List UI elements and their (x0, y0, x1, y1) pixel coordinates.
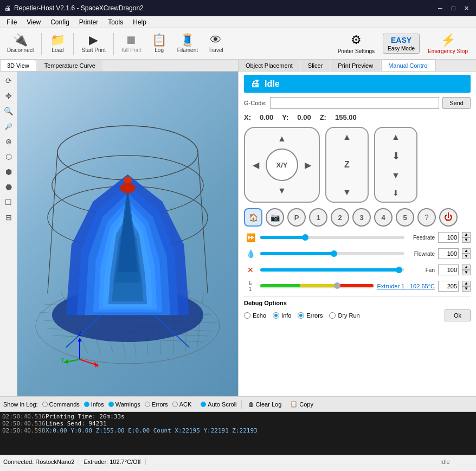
xy-left-button[interactable]: ◀ (248, 157, 264, 173)
camera-button[interactable]: 📷 (266, 208, 284, 227)
feedrate-input[interactable] (438, 232, 459, 243)
menu-config[interactable]: Config (46, 17, 74, 27)
fan-thumb[interactable] (396, 267, 402, 273)
fan-down[interactable]: ▼ (462, 270, 471, 275)
printer-settings-button[interactable]: ⚙ Printer Settings (333, 31, 379, 56)
menu-file[interactable]: File (2, 17, 21, 27)
extruder-temp-input[interactable] (438, 281, 459, 292)
copy-button[interactable]: 📋 Copy (288, 399, 316, 409)
tab-print-preview[interactable]: Print Preview (331, 60, 380, 71)
log-radio-ack[interactable]: ACK (172, 401, 192, 408)
gcode-input[interactable] (270, 97, 440, 109)
extruder-up-button[interactable]: ▲ (391, 132, 400, 142)
action-btn-p[interactable]: P (287, 208, 306, 227)
feedrate-thumb[interactable] (302, 234, 308, 241)
log-radio-errors[interactable]: Errors (145, 401, 168, 408)
tool-pan[interactable]: ✥ (2, 89, 16, 103)
action-btn-5[interactable]: 5 (396, 208, 414, 227)
load-button[interactable]: 📁 Load (46, 32, 69, 55)
extruder-up[interactable]: ▲ (462, 281, 471, 286)
log-button[interactable]: 📋 Log (147, 32, 171, 55)
log-radio-infos[interactable]: Infos (84, 401, 104, 408)
tool-slice[interactable]: ⊗ (2, 134, 16, 149)
tab-temperature-curve[interactable]: Temperature Curve (37, 60, 102, 71)
power-button[interactable]: ⏻ (439, 208, 458, 227)
ext-thumb[interactable] (334, 282, 340, 289)
tool-view-front[interactable]: ⬣ (2, 180, 16, 194)
extruder-down[interactable]: ▼ (462, 286, 471, 292)
disconnect-button[interactable]: 🔌 Disconnect (3, 32, 37, 55)
easy-mode-button[interactable]: EASY Easy Mode (383, 34, 420, 54)
dry-run-radio-circle[interactable] (329, 312, 336, 319)
echo-radio-circle[interactable] (244, 312, 250, 319)
xy-up-button[interactable]: ▲ (274, 131, 290, 147)
log-radio-warnings[interactable]: Warnings (108, 401, 140, 408)
menu-tools[interactable]: Tools (104, 17, 127, 27)
action-btn-4[interactable]: 4 (374, 208, 393, 227)
tab-3d-view[interactable]: 3D View (0, 60, 36, 71)
log-radio-autoscroll[interactable]: Auto Scroll (201, 401, 236, 408)
feedrate-up[interactable]: ▲ (462, 232, 471, 237)
tool-settings[interactable]: ⊟ (2, 210, 16, 224)
extruder-link[interactable]: Extruder 1 - 102.65°C (377, 283, 435, 289)
tool-view-side[interactable]: ☐ (2, 195, 16, 209)
info-radio-circle[interactable] (273, 312, 279, 319)
xy-center-button[interactable]: X/Y (266, 149, 298, 181)
fan-input[interactable] (438, 264, 459, 275)
kill-print-button[interactable]: ⏹ Kill Print (118, 32, 145, 55)
filament-button[interactable]: 🧵 Filament (173, 32, 202, 55)
radio-errors[interactable]: Errors (298, 312, 323, 319)
ok-button[interactable]: Ok (445, 309, 471, 321)
tool-zoom-out[interactable]: 🔎 (2, 119, 16, 133)
autoscroll-dot[interactable] (201, 402, 206, 407)
viewport-3d[interactable]: Z X Y (17, 72, 238, 396)
errors-radio-circle[interactable] (298, 312, 304, 319)
flowrate-track[interactable] (260, 252, 404, 255)
radio-echo[interactable]: Echo (244, 312, 266, 319)
close-button[interactable]: ✕ (461, 3, 472, 14)
log-radio-commands[interactable]: Commands (42, 401, 80, 408)
maximize-button[interactable]: □ (448, 3, 459, 14)
menu-help[interactable]: Help (128, 17, 151, 27)
travel-button[interactable]: 👁 Travel (204, 32, 228, 55)
feedrate-down[interactable]: ▼ (462, 237, 471, 243)
commands-dot[interactable] (42, 402, 48, 407)
extruder-down-button[interactable]: ▼ (391, 171, 400, 180)
flowrate-input[interactable] (438, 248, 459, 259)
action-btn-1[interactable]: 1 (309, 208, 327, 227)
tab-slicer[interactable]: Slicer (301, 60, 330, 71)
tab-manual-control[interactable]: Manual Control (381, 60, 436, 71)
flowrate-up[interactable]: ▲ (462, 248, 471, 254)
send-button[interactable]: Send (442, 97, 471, 109)
tool-view-top[interactable]: ⬢ (2, 165, 16, 179)
action-btn-2[interactable]: 2 (331, 208, 349, 227)
z-down-button[interactable]: ▼ (343, 188, 351, 197)
emergency-stop-button[interactable]: ⚡ Emergency Stop (423, 31, 473, 56)
fan-track[interactable] (260, 268, 404, 272)
log-area[interactable]: 02:50:40.536Printing Time: 26m:33s02:50:… (0, 411, 476, 455)
feedrate-track[interactable] (260, 236, 404, 239)
flowrate-down[interactable]: ▼ (462, 254, 471, 259)
tool-view-iso[interactable]: ⬡ (2, 150, 16, 164)
z-up-button[interactable]: ▲ (343, 132, 351, 142)
infos-dot[interactable] (84, 402, 89, 407)
start-print-button[interactable]: ▶ Start Print (78, 32, 109, 55)
action-btn-help[interactable]: ? (417, 208, 436, 227)
minimize-button[interactable]: ─ (435, 3, 446, 14)
fan-up[interactable]: ▲ (462, 264, 471, 270)
flowrate-thumb[interactable] (331, 250, 337, 257)
xy-right-button[interactable]: ▶ (300, 157, 316, 173)
warnings-dot[interactable] (108, 402, 114, 407)
home-button[interactable]: 🏠 (244, 208, 262, 227)
radio-info[interactable]: Info (273, 312, 291, 319)
menu-printer[interactable]: Printer (75, 17, 102, 27)
tab-object-placement[interactable]: Object Placement (239, 60, 300, 71)
menu-view[interactable]: View (22, 17, 45, 27)
extruder-temp-track[interactable] (260, 284, 374, 288)
clear-log-button[interactable]: 🗑 Clear Log (246, 400, 284, 409)
tool-zoom-in[interactable]: 🔍 (2, 104, 16, 118)
tool-rotate[interactable]: ⟳ (2, 74, 16, 88)
errors-dot[interactable] (145, 402, 150, 407)
radio-dry-run[interactable]: Dry Run (329, 312, 359, 319)
xy-down-button[interactable]: ▼ (274, 183, 290, 199)
